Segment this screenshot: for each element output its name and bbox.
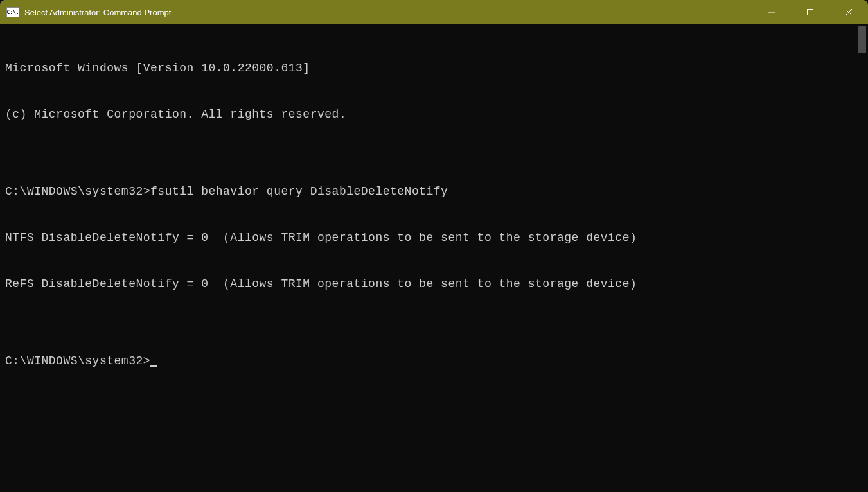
window-title: Select Administrator: Command Prompt [24,8,171,17]
svg-rect-1 [808,10,813,15]
maximize-icon [806,8,814,16]
titlebar-controls [752,0,868,24]
terminal-line: C:\WINDOWS\system32>fsutil behavior quer… [5,184,851,199]
terminal-prompt: C:\WINDOWS\system32> [5,355,150,367]
minimize-button[interactable] [752,0,791,24]
cursor [150,365,157,367]
titlebar[interactable]: C:\. Select Administrator: Command Promp… [0,0,868,24]
terminal-prompt-line: C:\WINDOWS\system32> [5,353,851,369]
minimize-icon [768,8,775,16]
terminal-line: (c) Microsoft Corporation. All rights re… [5,107,851,122]
terminal-line: Microsoft Windows [Version 10.0.22000.61… [5,60,851,76]
terminal-line: ReFS DisableDeleteNotify = 0 (Allows TRI… [5,276,851,292]
maximize-button[interactable] [791,0,829,24]
titlebar-left: C:\. Select Administrator: Command Promp… [6,7,171,17]
terminal-line: NTFS DisableDeleteNotify = 0 (Allows TRI… [5,230,851,245]
terminal-output[interactable]: Microsoft Windows [Version 10.0.22000.61… [0,24,856,492]
scrollbar-thumb[interactable] [858,26,866,53]
scrollbar-track[interactable] [856,24,868,492]
app-icon: C:\. [6,7,19,17]
command-prompt-window: C:\. Select Administrator: Command Promp… [0,0,868,492]
close-icon [845,8,853,16]
close-button[interactable] [829,0,868,24]
content-area: Microsoft Windows [Version 10.0.22000.61… [0,24,868,492]
